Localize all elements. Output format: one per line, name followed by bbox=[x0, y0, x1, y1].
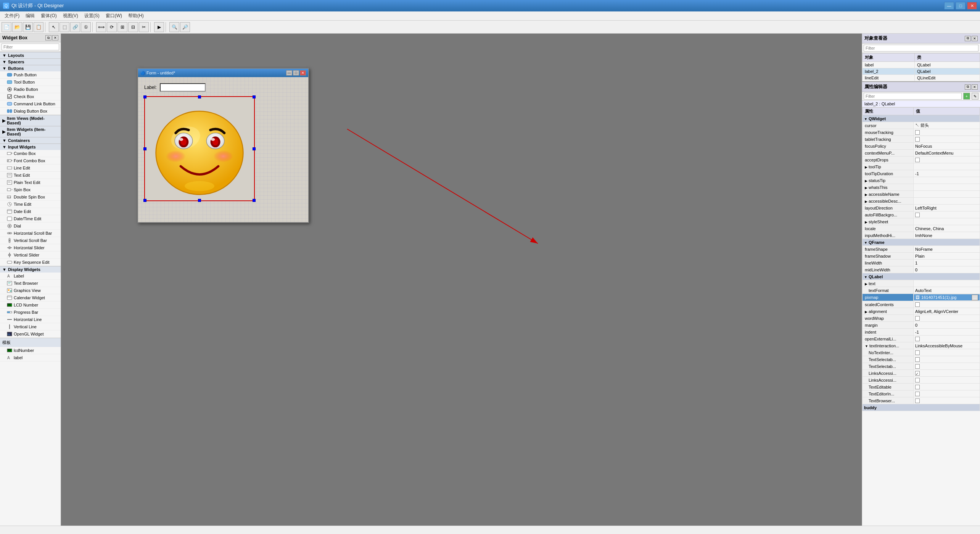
prop-row[interactable]: ▶whatsThis bbox=[863, 184, 980, 191]
minimize-button[interactable]: — bbox=[944, 2, 954, 10]
prop-row[interactable]: ▶statusTip bbox=[863, 177, 980, 184]
widget-text-browser[interactable]: Text Browser bbox=[0, 280, 61, 287]
widget-label[interactable]: A Label bbox=[0, 273, 61, 280]
toolbar-taborder[interactable]: ① bbox=[81, 22, 91, 32]
prop-editor-float[interactable]: ⧉ bbox=[965, 84, 971, 90]
acceptdrops-check[interactable] bbox=[915, 158, 920, 162]
prop-row[interactable]: cursor ↖ 箭头 bbox=[863, 122, 980, 129]
scaledcontents-check[interactable] bbox=[915, 302, 920, 307]
prop-row[interactable]: scaledContents bbox=[863, 301, 980, 308]
widget-box-close[interactable]: ✕ bbox=[52, 35, 58, 40]
widget-radio-button[interactable]: Radio Button bbox=[0, 86, 61, 93]
obj-inspector-close[interactable]: ✕ bbox=[972, 36, 978, 41]
wordwrap-check[interactable] bbox=[915, 316, 920, 321]
obj-inspector-float[interactable]: ⧉ bbox=[965, 36, 971, 41]
widget-graphics-view[interactable]: Graphics View bbox=[0, 287, 61, 294]
linksaccessi2-check[interactable] bbox=[915, 378, 920, 382]
category-input-widgets[interactable]: ▼ Input Widgets bbox=[0, 144, 61, 150]
prop-row[interactable]: indent -1 bbox=[863, 329, 980, 336]
menu-settings[interactable]: 设置(S) bbox=[81, 12, 103, 20]
prop-row[interactable]: locale Chinese, China bbox=[863, 225, 980, 232]
prop-row[interactable]: ▼textInteraction... LinksAccessibleByMou… bbox=[863, 342, 980, 349]
design-canvas[interactable]: 🔵 Form - untitled* — □ ✕ Label: bbox=[61, 34, 862, 526]
widget-hline[interactable]: Horizontal Line bbox=[0, 316, 61, 323]
prop-row[interactable]: toolTipDuration -1 bbox=[863, 170, 980, 177]
prop-row[interactable]: LinksAccessi... bbox=[863, 377, 980, 384]
openexternal-check[interactable] bbox=[915, 337, 920, 341]
prop-row[interactable]: NoTextInter... bbox=[863, 349, 980, 356]
tablettracking-check[interactable] bbox=[915, 137, 920, 142]
textbrowser-check[interactable] bbox=[915, 398, 920, 403]
category-spacers[interactable]: ▼ Spacers bbox=[0, 58, 61, 65]
widget-text-edit[interactable]: Text Edit bbox=[0, 172, 61, 179]
prop-row[interactable]: TextEditorIn... bbox=[863, 390, 980, 397]
prop-row[interactable]: TextSelectab... bbox=[863, 363, 980, 370]
widget-font-combo-box[interactable]: F Font Combo Box bbox=[0, 157, 61, 165]
widget-vline[interactable]: Vertical Line bbox=[0, 323, 61, 331]
toolbar-zoomout[interactable]: 🔎 bbox=[180, 22, 190, 32]
prop-row[interactable]: autoFillBackgro... bbox=[863, 211, 980, 218]
obj-inspector-filter-input[interactable] bbox=[864, 45, 978, 52]
widget-lcd-number-2[interactable]: LCD lcdNumber bbox=[0, 347, 61, 354]
texteditorin-check[interactable] bbox=[915, 392, 920, 396]
toolbar-select[interactable]: ⬚ bbox=[60, 22, 69, 32]
toolbar-hlayout[interactable]: ⟺ bbox=[96, 22, 106, 32]
textselectab1-check[interactable] bbox=[915, 357, 920, 362]
widget-command-link[interactable]: Command Link Button bbox=[0, 100, 61, 108]
widget-line-edit[interactable]: Line Edit bbox=[0, 165, 61, 172]
prop-row[interactable]: ▶styleSheet bbox=[863, 218, 980, 225]
prop-row[interactable]: lineWidth 1 bbox=[863, 260, 980, 266]
category-display-widgets[interactable]: ▼ Display Widgets bbox=[0, 266, 61, 273]
autofill-check[interactable] bbox=[915, 213, 920, 217]
widget-calendar[interactable]: Calendar Widget bbox=[0, 294, 61, 302]
prop-row[interactable]: ▶toolTip bbox=[863, 163, 980, 170]
category-buttons[interactable]: ▼ Buttons bbox=[0, 65, 61, 71]
menu-window[interactable]: 窗口(W) bbox=[103, 12, 125, 20]
widget-push-button[interactable]: Push Button bbox=[0, 71, 61, 79]
toolbar-buddy[interactable]: 🔗 bbox=[70, 22, 80, 32]
notextinter-check[interactable] bbox=[915, 350, 920, 355]
prop-row[interactable]: openExternalLi... bbox=[863, 336, 980, 342]
widget-lcd-number[interactable]: 123 LCD Number bbox=[0, 302, 61, 309]
prop-row[interactable]: contextMenuP... DefaultContextMenu bbox=[863, 150, 980, 156]
widget-vscrollbar[interactable]: Vertical Scroll Bar bbox=[0, 237, 61, 244]
widget-combo-box[interactable]: Combo Box bbox=[0, 150, 61, 157]
widget-double-spin-box[interactable]: 0.0 Double Spin Box bbox=[0, 194, 61, 201]
form-line-edit[interactable] bbox=[160, 83, 206, 92]
menu-view[interactable]: 视图(V) bbox=[60, 12, 81, 20]
category-containers[interactable]: ▼ Containers bbox=[0, 137, 61, 144]
prop-table-scroll[interactable]: 属性 值 ▼QWidget cursor ↖ 箭头 bbox=[862, 107, 980, 526]
prop-row[interactable]: LinksAccessi... bbox=[863, 370, 980, 377]
menu-form[interactable]: 窗体(O) bbox=[38, 12, 60, 20]
close-button[interactable]: ✕ bbox=[967, 2, 977, 10]
toolbar-pointer[interactable]: ↖ bbox=[49, 22, 59, 32]
widget-time-edit[interactable]: Time Edit bbox=[0, 201, 61, 208]
menu-file[interactable]: 文件(F) bbox=[2, 12, 23, 20]
toolbar-new[interactable]: 📄 bbox=[2, 22, 11, 32]
widget-progress-bar[interactable]: Progress Bar bbox=[0, 309, 61, 316]
widget-box-float[interactable]: ⧉ bbox=[45, 35, 51, 40]
widget-plain-text-edit[interactable]: Plain Text Edit bbox=[0, 179, 61, 186]
widget-check-box[interactable]: Check Box bbox=[0, 93, 61, 100]
widget-opengl[interactable]: GL OpenGL Widget bbox=[0, 331, 61, 338]
sel-handle-br[interactable] bbox=[253, 199, 256, 202]
widget-key-seq-edit[interactable]: Key Sequence Edit bbox=[0, 259, 61, 266]
sel-handle-bc[interactable] bbox=[198, 199, 201, 202]
form-content[interactable]: Label: bbox=[138, 77, 308, 222]
widget-box-filter-input[interactable] bbox=[2, 44, 59, 50]
toolbar-glayout[interactable]: ⊞ bbox=[117, 22, 127, 32]
widget-dial[interactable]: Dial bbox=[0, 223, 61, 230]
prop-row[interactable]: inputMethodHi... ImhNone bbox=[863, 232, 980, 239]
prop-filter-add[interactable]: + bbox=[963, 93, 970, 100]
prop-row[interactable]: layoutDirection LeftToRight bbox=[863, 205, 980, 211]
widget-date-edit[interactable]: Date Edit bbox=[0, 208, 61, 215]
form-maximize[interactable]: □ bbox=[293, 70, 299, 76]
form-minimize[interactable]: — bbox=[286, 70, 292, 76]
prop-row[interactable]: textFormat AutoText bbox=[863, 287, 980, 294]
prop-editor-close[interactable]: ✕ bbox=[972, 84, 978, 90]
widget-datetime-edit[interactable]: Date/Time Edit bbox=[0, 215, 61, 223]
widget-vslider[interactable]: Vertical Slider bbox=[0, 252, 61, 259]
menu-help[interactable]: 帮助(H) bbox=[125, 12, 147, 20]
prop-row[interactable]: ▶text bbox=[863, 280, 980, 287]
toolbar-vlayout[interactable]: ⟳ bbox=[107, 22, 117, 32]
